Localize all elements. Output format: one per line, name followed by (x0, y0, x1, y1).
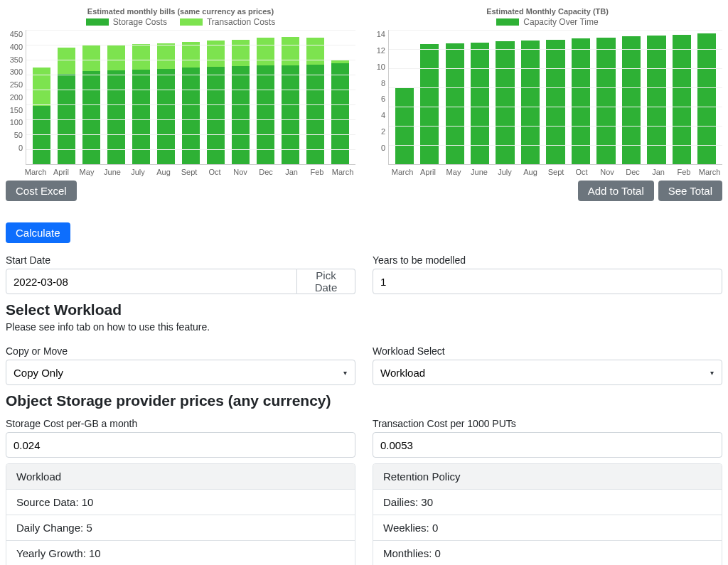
ytick: 0 (381, 144, 385, 152)
bar-segment (82, 71, 101, 164)
xtick: March (330, 168, 355, 176)
bar-column (328, 30, 353, 164)
copy-move-select[interactable]: Copy Only (6, 360, 355, 385)
workload-select[interactable]: Workload (373, 360, 722, 385)
xtick: March (697, 168, 722, 176)
legend-swatch-storage (86, 18, 109, 26)
ytick: 300 (10, 68, 23, 76)
bar-segment (132, 44, 151, 70)
workload-select-label: Workload Select (373, 345, 722, 357)
years-input[interactable] (373, 269, 722, 294)
bills-chart-yaxis: 450400350300250200150100500 (6, 30, 26, 165)
bar-segment (446, 43, 464, 164)
xtick: Oct (569, 168, 594, 176)
xtick: Jan (646, 168, 671, 176)
xtick: Feb (304, 168, 330, 176)
ytick: 200 (10, 93, 23, 102)
txn-cost-label: Transaction Cost per 1000 PUTs (373, 418, 722, 429)
bar-column (568, 30, 593, 164)
capacity-chart-yaxis: 14121086420 (373, 30, 388, 165)
bar-column (594, 30, 619, 164)
storage-cost-label: Storage Cost per-GB a month (6, 418, 355, 429)
bar-segment (496, 41, 514, 164)
bar-segment (420, 44, 439, 164)
legend-transaction[interactable]: Transaction Costs (180, 17, 275, 27)
bar-column (518, 30, 542, 164)
ytick: 150 (10, 106, 23, 114)
bar-column (669, 30, 694, 164)
legend-swatch-capacity (496, 18, 519, 26)
bar-segment (58, 48, 76, 74)
capacity-chart-title: Estimated Monthly Capacity (TB) (373, 7, 722, 16)
storage-cost-input[interactable] (6, 432, 355, 458)
bar-column (79, 30, 104, 164)
start-date-label: Start Date (6, 254, 355, 266)
cost-excel-button[interactable]: Cost Excel (6, 181, 77, 201)
list-item: Monthlies: 0 (373, 541, 722, 565)
bar-segment (232, 40, 250, 66)
select-workload-sub: Please see info tab on how to use this f… (6, 321, 722, 333)
ytick: 0 (18, 144, 23, 152)
bar-column (278, 30, 303, 164)
workload-panel: Workload Source Data: 10 Daily Change: 5… (6, 463, 355, 565)
xtick: Nov (594, 168, 620, 176)
pick-date-button[interactable]: Pick Date (297, 269, 355, 294)
start-date-input[interactable] (6, 269, 297, 294)
xtick: March (390, 168, 415, 176)
ytick: 6 (381, 95, 385, 103)
bar-segment (132, 70, 151, 164)
add-to-total-button[interactable]: Add to Total (578, 181, 654, 201)
xtick: June (100, 168, 125, 176)
bar-column (178, 30, 203, 164)
xtick: May (441, 168, 466, 176)
legend-capacity[interactable]: Capacity Over Time (496, 17, 598, 27)
copy-move-label: Copy or Move (6, 345, 355, 357)
capacity-chart-xaxis: MarchAprilMayJuneJulyAugSeptOctNovDecJan… (373, 168, 722, 176)
list-item: Daily Change: 5 (6, 515, 355, 541)
see-total-button[interactable]: See Total (658, 181, 722, 201)
bar-segment (33, 68, 51, 106)
legend-label-capacity: Capacity Over Time (523, 17, 598, 27)
xtick: Sept (543, 168, 569, 176)
calculate-button[interactable]: Calculate (6, 222, 70, 243)
list-item: Dailies: 30 (373, 490, 722, 515)
xtick: Nov (228, 168, 253, 176)
bar-column (129, 30, 154, 164)
ytick: 2 (381, 127, 385, 136)
xtick: Aug (518, 168, 543, 176)
ytick: 100 (10, 118, 23, 127)
bar-column (442, 30, 467, 164)
bar-segment (33, 106, 51, 164)
bills-chart-xaxis: MarchAprilMayJuneJulyAugSeptOctNovDecJan… (6, 168, 355, 176)
bar-column (228, 30, 253, 164)
ytick: 14 (377, 30, 385, 38)
ytick: 250 (10, 80, 23, 89)
ytick: 50 (14, 131, 23, 139)
capacity-chart-legend: Capacity Over Time (373, 17, 722, 27)
capacity-chart: Estimated Monthly Capacity (TB) Capacity… (373, 7, 722, 176)
xtick: Jan (279, 168, 304, 176)
xtick: March (23, 168, 48, 176)
xtick: Dec (620, 168, 646, 176)
ytick: 450 (10, 30, 23, 38)
ytick: 12 (377, 46, 385, 55)
bills-chart-legend: Storage Costs Transaction Costs (6, 17, 355, 27)
xtick: July (492, 168, 518, 176)
bills-chart-plot (26, 30, 355, 165)
xtick: June (466, 168, 492, 176)
bar-segment (282, 37, 300, 65)
legend-storage[interactable]: Storage Costs (86, 17, 167, 27)
xtick: Sept (176, 168, 202, 176)
txn-cost-input[interactable] (373, 432, 722, 458)
bar-column (29, 30, 54, 164)
bar-column (493, 30, 518, 164)
capacity-chart-plot (388, 30, 722, 165)
bar-segment (257, 38, 275, 65)
bar-column (303, 30, 328, 164)
bar-segment (107, 45, 126, 70)
bar-column (644, 30, 669, 164)
xtick: Dec (253, 168, 279, 176)
xtick: May (74, 168, 100, 176)
bills-chart: Estimated monthly bills (same currency a… (6, 7, 355, 176)
xtick: Aug (151, 168, 176, 176)
